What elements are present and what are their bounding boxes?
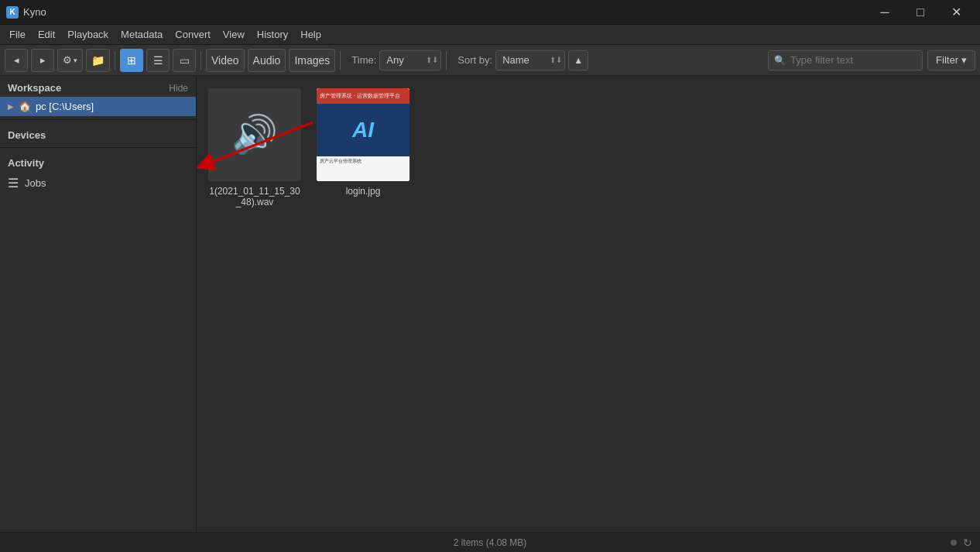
- home-icon: 🏠: [19, 101, 31, 112]
- activity-section-header: Activity: [0, 151, 196, 172]
- titlebar-controls: ─ □ ✕: [867, 0, 974, 25]
- expand-icon: ▶: [8, 102, 14, 111]
- sidebar: Workspace Hide ▶ 🏠 pc [C:\Users] Devices…: [0, 76, 197, 532]
- menu-playback[interactable]: Playback: [61, 27, 115, 42]
- login-thumb-header: 房产管理系统 · 运营数据管理平台: [317, 88, 409, 104]
- audio-waveform-icon: 🔊: [231, 113, 278, 156]
- view-list-button[interactable]: ☰: [146, 49, 170, 72]
- sidebar-item-pc[interactable]: ▶ 🏠 pc [C:\Users]: [0, 97, 196, 116]
- main-area: Workspace Hide ▶ 🏠 pc [C:\Users] Devices…: [0, 76, 980, 532]
- hide-workspace-button[interactable]: Hide: [169, 83, 188, 94]
- status-indicator: [951, 540, 957, 546]
- folder-icon: 📁: [91, 54, 105, 67]
- forward-button[interactable]: ▸: [31, 49, 54, 72]
- jobs-icon: ☰: [8, 176, 19, 190]
- folder-button[interactable]: 📁: [86, 49, 110, 72]
- jpg-filename: login.jpg: [346, 186, 381, 197]
- menu-file[interactable]: File: [3, 27, 32, 42]
- devices-title: Devices: [8, 129, 46, 141]
- file-item-wav[interactable]: 🔊 1(2021_01_11_15_30_48).wav: [204, 84, 305, 212]
- pc-item-label: pc [C:\Users]: [36, 101, 94, 112]
- content-wrapper: 🔊 1(2021_01_11_15_30_48).wav 房产管理系统 · 运营…: [197, 76, 980, 532]
- devices-section-header: Devices: [0, 123, 196, 144]
- sort-label: Sort by:: [457, 54, 492, 66]
- menubar: File Edit Playback Metadata Convert View…: [0, 25, 980, 45]
- filter-arrow-icon: ▾: [961, 54, 967, 66]
- filter-input[interactable]: [768, 50, 923, 70]
- menu-metadata[interactable]: Metadata: [115, 27, 169, 42]
- statusbar-right: ↻: [951, 537, 972, 549]
- audio-filter-button[interactable]: Audio: [248, 49, 286, 72]
- statusbar-text: 2 items (4.08 MB): [454, 537, 527, 548]
- toolbar-separator-2: [200, 51, 201, 70]
- app-icon: K: [6, 6, 19, 19]
- wav-filename: 1(2021_01_11_15_30_48).wav: [209, 186, 300, 207]
- sidebar-divider-2: [0, 147, 196, 148]
- login-thumb-bottom-text: 房产云平台管理系统: [320, 158, 406, 165]
- sort-select[interactable]: Name: [495, 50, 565, 70]
- file-content-area: 🔊 1(2021_01_11_15_30_48).wav 房产管理系统 · 运营…: [197, 76, 980, 220]
- filter-input-container: 🔍: [768, 50, 923, 70]
- maximize-button[interactable]: □: [903, 0, 938, 25]
- filter-label: Filter: [936, 54, 958, 66]
- video-filter-button[interactable]: Video: [206, 49, 245, 72]
- images-filter-button[interactable]: Images: [289, 49, 335, 72]
- back-button[interactable]: ◂: [5, 49, 28, 72]
- sidebar-item-jobs[interactable]: ☰ Jobs: [0, 172, 196, 194]
- toolbar: ◂ ▸ ⚙ ▾ 📁 ⊞ ☰ ▭ Video Audio Images Time:…: [0, 45, 980, 76]
- view-grid-button[interactable]: ⊞: [120, 49, 143, 72]
- titlebar: K Kyno ─ □ ✕: [0, 0, 980, 25]
- statusbar: 2 items (4.08 MB) ↻: [0, 532, 980, 552]
- refresh-icon[interactable]: ↻: [963, 537, 972, 549]
- jobs-label: Jobs: [25, 177, 46, 189]
- sidebar-divider-1: [0, 119, 196, 120]
- menu-view[interactable]: View: [217, 27, 251, 42]
- filter-button[interactable]: Filter ▾: [927, 50, 975, 70]
- jpg-thumbnail: 房产管理系统 · 运营数据管理平台 AI 房产云平台管理系统: [317, 88, 409, 181]
- titlebar-left: K Kyno: [6, 6, 46, 19]
- login-thumb-middle: AI: [317, 104, 409, 156]
- menu-help[interactable]: Help: [294, 27, 327, 42]
- login-image-preview: 房产管理系统 · 运营数据管理平台 AI 房产云平台管理系统: [317, 88, 409, 181]
- wav-thumbnail: 🔊: [208, 88, 301, 181]
- filter-input-wrapper: 🔍 Filter ▾: [768, 50, 975, 70]
- view-filmstrip-button[interactable]: ▭: [173, 49, 196, 72]
- sort-direction-button[interactable]: ▲: [568, 50, 588, 70]
- menu-convert[interactable]: Convert: [169, 27, 217, 42]
- toolbar-separator-4: [446, 51, 447, 70]
- toolbar-separator-3: [340, 51, 341, 70]
- menu-edit[interactable]: Edit: [32, 27, 61, 42]
- minimize-button[interactable]: ─: [867, 0, 903, 25]
- gear-icon: ⚙: [63, 54, 72, 66]
- toolbar-separator-1: [115, 51, 115, 70]
- app-title: Kyno: [23, 6, 46, 18]
- time-select[interactable]: Any: [379, 50, 441, 70]
- activity-title: Activity: [8, 157, 44, 169]
- settings-arrow-icon: ▾: [74, 57, 77, 64]
- sort-select-wrapper: Name ⬆⬇: [495, 50, 565, 70]
- workspace-title: Workspace: [8, 82, 61, 94]
- time-select-wrapper: Any ⬆⬇: [379, 50, 441, 70]
- ai-text-icon: AI: [352, 118, 374, 142]
- login-thumb-header-text: 房产管理系统 · 运营数据管理平台: [320, 92, 400, 100]
- menu-history[interactable]: History: [251, 27, 294, 42]
- file-item-jpg[interactable]: 房产管理系统 · 运营数据管理平台 AI 房产云平台管理系统 login.jpg: [313, 84, 413, 212]
- settings-button[interactable]: ⚙ ▾: [57, 49, 83, 72]
- time-label: Time:: [351, 54, 376, 66]
- close-button[interactable]: ✕: [938, 0, 974, 25]
- login-thumb-bottom: 房产云平台管理系统: [317, 156, 409, 181]
- workspace-section-header: Workspace Hide: [0, 76, 196, 97]
